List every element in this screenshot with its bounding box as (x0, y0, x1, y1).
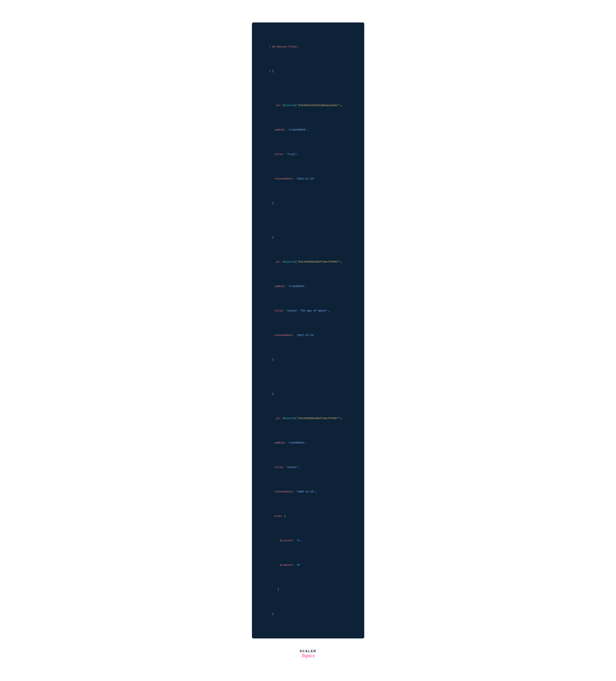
record3-director-key: director (280, 539, 293, 542)
record2-date-key: releaseDate (275, 334, 292, 337)
record3-crew-open-line: crew: { (265, 509, 355, 524)
record3-title-val: 'Avatar' (286, 466, 299, 469)
record1-imdbid-val: 'tt10298849' (287, 128, 307, 131)
record3-director-line: director: 'A', (270, 533, 355, 548)
record1-date-val: '2022-11-23' (296, 177, 315, 180)
record2-id-key: _id (275, 260, 279, 263)
record1-title-val: 'Troll' (286, 153, 297, 156)
record3-id-key: _id (275, 417, 279, 420)
record2-imdbid-key: imdbId (275, 285, 284, 288)
record2-open-line: { (259, 230, 355, 245)
record2-imdbid-val: 'tt1630029' (287, 285, 305, 288)
record3-imdbid-val: 'tt0499549' (287, 442, 305, 445)
record3-title-line: title: 'Avatar', (265, 460, 355, 475)
command-text: db.movies.find() (272, 45, 298, 48)
code-content: > db.movies.find() < { _id: ObjectId("64… (259, 30, 355, 631)
record1-close-line: } (259, 196, 355, 211)
code-window: > db.movies.find() < { _id: ObjectId("64… (252, 22, 364, 638)
record3-title-key: title (275, 466, 283, 469)
record1-id-line: _id: ObjectId("6424923e2932318b4aa216ec"… (265, 98, 355, 113)
record1-title-line: title: 'Troll', (265, 147, 355, 162)
logo-scaler-text: SCALER (300, 649, 316, 653)
record2-title-key: title (275, 309, 283, 312)
record2-date-val: '2022-12-16' (296, 334, 315, 337)
record3-open-line: { (259, 387, 355, 401)
record2-date-line: releaseDate: '2022-12-16' (265, 328, 355, 343)
open-bracket-line: < { (259, 64, 355, 79)
record3-producer-key: producer (280, 564, 293, 567)
logo: SCALER Topics (300, 649, 316, 659)
prompt-symbol: > (269, 45, 272, 48)
record1-date-key: releaseDate (275, 177, 292, 180)
record3-imdbid-line: imdbId: 'tt0499549', (265, 435, 355, 450)
record2-close-line: } (259, 352, 355, 367)
record2-title-line: title: 'Avatar: The Way of Water', (265, 304, 355, 318)
record3-crew-close-line: } (265, 582, 355, 597)
record2-imdbid-line: imdbId: 'tt1630029', (265, 279, 355, 294)
command-line: > db.movies.find() (259, 40, 355, 54)
record3-date-val: '2009-12-15' (296, 490, 315, 494)
record3-id-line: _id: ObjectId("64134588de303fc9ecfefb87"… (265, 411, 355, 426)
record1-id-key: _id (275, 104, 279, 107)
record1-date-line: releaseDate: '2022-11-23' (265, 172, 355, 186)
record2-id-line: _id: ObjectId("64134588de303fc9ecfefb83"… (265, 255, 355, 269)
record3-date-line: releaseDate: '2009-12-15', (265, 484, 355, 499)
record2-title-val: 'Avatar: The Way of Water' (286, 309, 328, 312)
record3-close-line: } (259, 607, 355, 622)
record3-producer-val: 'B' (296, 564, 301, 567)
record3-date-key: releaseDate (275, 490, 292, 494)
result-arrow: < (269, 70, 272, 73)
record1-title-key: title (275, 153, 283, 156)
record1-imdbid-key: imdbId (275, 128, 284, 131)
record3-producer-line: producer: 'B' (270, 558, 355, 573)
outer-open-brace: { (272, 70, 274, 73)
record1-imdbid-line: imdbId: 'tt10298849', (265, 123, 355, 137)
record3-imdbid-key: imdbId (275, 442, 284, 445)
record3-crew-key: crew (275, 515, 281, 518)
record3-director-val: 'A' (296, 539, 301, 542)
logo-topics-text: Topics (301, 653, 314, 659)
